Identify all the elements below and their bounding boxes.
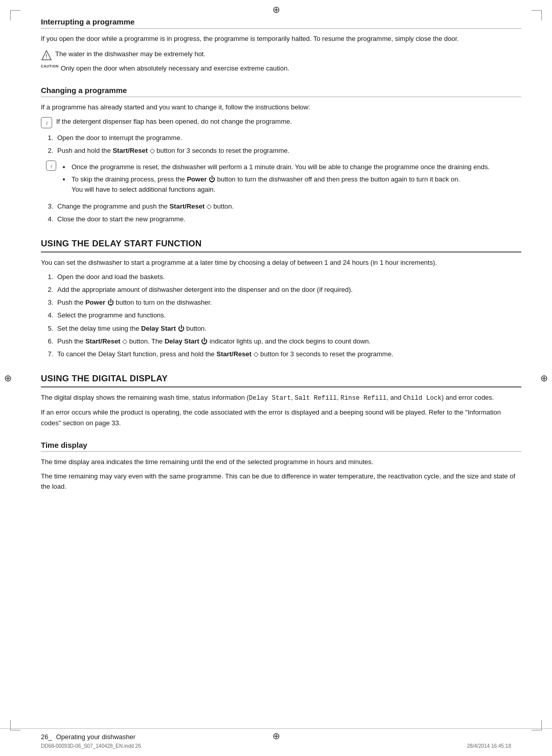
delay-step-6: Push the Start/Reset ◇ button. The Delay… xyxy=(55,336,521,347)
nested-note-icon: 𝔠 xyxy=(46,161,56,171)
footer-date: 28/4/2014 16:45:18 xyxy=(467,743,511,749)
power-bold-1: Power xyxy=(187,175,206,183)
reg-mark-top: ⊕ xyxy=(272,4,280,15)
time-display-body1: The time display area indicates the time… xyxy=(41,457,521,467)
interrupting-heading: Interrupting a programme xyxy=(41,17,521,29)
delay-start-steps: Open the door and load the baskets. Add … xyxy=(55,272,521,359)
caution-row1: ! The water in the dishwasher may be ext… xyxy=(41,49,521,62)
delay-start-code: Delay Start xyxy=(249,395,291,402)
power-bold-2: Power xyxy=(85,299,105,306)
delay-step-1: Open the door and load the baskets. xyxy=(55,272,521,282)
delay-step-3: Push the Power ⏻ button to turn on the d… xyxy=(55,297,521,308)
time-display-body2: The time remaining may vary even with th… xyxy=(41,471,521,492)
changing-step-2: Push and hold the Start/Reset ◇ button f… xyxy=(55,146,521,156)
delay-step-4: Select the programme and functions. xyxy=(55,310,521,320)
caution-block: ! The water in the dishwasher may be ext… xyxy=(41,49,521,74)
changing-note: 𝔠 If the detergent dispenser flap has be… xyxy=(41,117,521,129)
corner-mark-tr xyxy=(532,10,542,20)
page-number: 26_ xyxy=(41,733,52,741)
page-content: Interrupting a programme If you open the… xyxy=(0,0,552,526)
interrupting-body: If you open the door while a programme i… xyxy=(41,34,521,44)
note-content: If the detergent dispenser flap has been… xyxy=(56,117,521,129)
note-icon: 𝔠 xyxy=(41,117,52,128)
footer-doc-id: DD68-00093D-06_S07_140428_EN.indd 26 xyxy=(41,743,141,749)
delay-step-5: Set the delay time using the Delay Start… xyxy=(55,324,521,334)
delay-start-bold-1: Delay Start xyxy=(141,325,176,332)
nested-bullet-list: Once the programme is reset, the dishwas… xyxy=(71,162,521,195)
delay-step-7: To cancel the Delay Start function, pres… xyxy=(55,349,521,359)
digital-display-body2: If an error occurs while the product is … xyxy=(41,407,521,428)
start-reset-bold-4: Start/Reset xyxy=(216,350,251,358)
salt-refill-code: Salt Refill xyxy=(295,395,337,402)
changing-step-1: Open the door to interrupt the programme… xyxy=(55,133,521,143)
caution-text1: The water in the dishwasher may be extre… xyxy=(55,49,205,59)
caution-triangle-icon: ! xyxy=(41,50,52,62)
nested-note: 𝔠 Once the programme is reset, the dishw… xyxy=(46,160,521,197)
changing-steps-cont: Change the programme and push the Start/… xyxy=(55,201,521,224)
time-display-heading: Time display xyxy=(41,441,521,452)
changing-step-3: Change the programme and push the Start/… xyxy=(55,201,521,212)
changing-step-4: Close the door to start the new programm… xyxy=(55,214,521,224)
child-lock-code: Child Lock xyxy=(403,395,442,402)
svg-text:!: ! xyxy=(45,54,47,59)
changing-body: If a programme has already started and y… xyxy=(41,102,521,112)
caution-label: CAUTION xyxy=(41,64,59,68)
footer: 26_ Operating your dishwasher xyxy=(0,728,552,741)
rinse-refill-code: Rinse Refill xyxy=(340,395,386,402)
start-reset-bold-3: Start/Reset xyxy=(85,337,121,345)
changing-heading: Changing a programme xyxy=(41,86,521,97)
delay-step-2: Add the appropriate amount of dishwasher… xyxy=(55,285,521,295)
delay-start-body: You can set the dishwasher to start a pr… xyxy=(41,258,521,268)
start-reset-bold-2: Start/Reset xyxy=(170,202,205,210)
footer-text: Operating your dishwasher xyxy=(56,733,135,741)
start-reset-bold-1: Start/Reset xyxy=(112,147,148,154)
nested-bullet-2: To skip the draining process, press the … xyxy=(71,174,521,195)
changing-steps: Open the door to interrupt the programme… xyxy=(55,133,521,156)
nested-bullet-1: Once the programme is reset, the dishwas… xyxy=(71,162,521,172)
reg-mark-right: ⊕ xyxy=(540,373,548,384)
corner-mark-tl xyxy=(10,10,20,20)
digital-display-body1: The digital display shows the remaining … xyxy=(41,393,521,403)
note-text: If the detergent dispenser flap has been… xyxy=(56,117,521,127)
nested-note-content: Once the programme is reset, the dishwas… xyxy=(60,160,521,197)
delay-start-bold-2: Delay Start xyxy=(165,337,199,345)
caution-text2: Only open the door when absolutely neces… xyxy=(61,63,289,74)
caution-row2: CAUTION Only open the door when absolute… xyxy=(41,63,521,74)
delay-start-heading: USING THE DELAY START FUNCTION xyxy=(41,239,521,253)
digital-display-heading: USING THE DIGITAL DISPLAY xyxy=(41,374,521,387)
reg-mark-left: ⊕ xyxy=(4,373,12,384)
